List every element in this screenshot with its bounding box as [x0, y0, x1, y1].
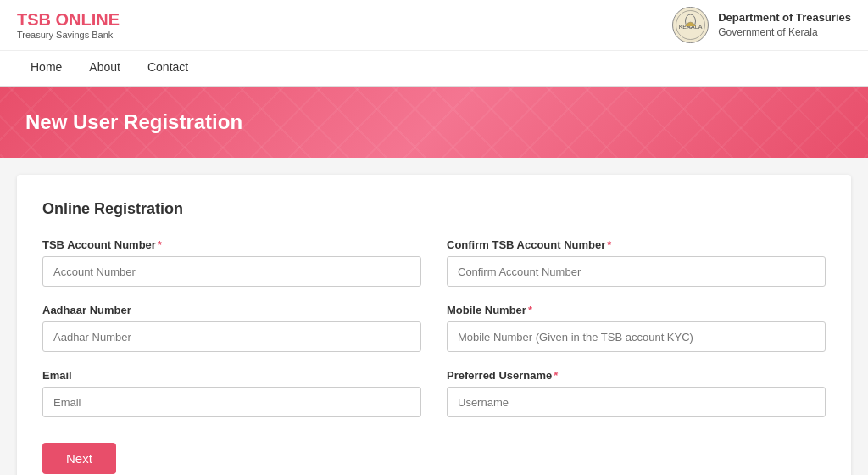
mobile-input[interactable]	[447, 321, 826, 352]
confirm-tsb-account-label: Confirm TSB Account Number*	[447, 238, 826, 251]
navigation: Home About Contact	[0, 51, 868, 87]
email-input[interactable]	[42, 387, 421, 417]
right-logo-text: Department of Treasuries Government of K…	[718, 10, 851, 40]
username-input[interactable]	[447, 387, 826, 417]
form-row-1: TSB Account Number* Confirm TSB Account …	[42, 238, 826, 287]
email-label: Email	[42, 369, 421, 382]
logo-section: TSB ONLINE Treasury Savings Bank	[17, 9, 120, 41]
form-row-2: Aadhaar Number Mobile Number*	[42, 304, 826, 352]
kerala-emblem-icon: KERALA	[671, 6, 709, 44]
tsb-account-label: TSB Account Number*	[42, 238, 421, 251]
tsb-account-input[interactable]	[42, 256, 421, 287]
confirm-tsb-account-input[interactable]	[447, 256, 826, 287]
registration-form-container: Online Registration TSB Account Number* …	[17, 175, 851, 475]
form-row-3: Email Preferred Username*	[42, 369, 826, 417]
registration-form: TSB Account Number* Confirm TSB Account …	[42, 238, 826, 474]
nav-about[interactable]: About	[75, 51, 134, 87]
header: TSB ONLINE Treasury Savings Bank KERALA …	[0, 0, 868, 51]
aadhaar-label: Aadhaar Number	[42, 304, 421, 316]
mobile-label: Mobile Number*	[447, 304, 826, 316]
form-title: Online Registration	[42, 200, 826, 218]
logo-sub: Treasury Savings Bank	[17, 30, 120, 41]
logo-text: TSB ONLINE Treasury Savings Bank	[17, 9, 120, 41]
page-title: New User Registration	[25, 110, 843, 134]
confirm-tsb-account-group: Confirm TSB Account Number*	[447, 238, 826, 287]
hero-banner: New User Registration	[0, 87, 868, 158]
mobile-group: Mobile Number*	[447, 304, 826, 352]
right-logo: KERALA Department of Treasuries Governme…	[671, 6, 851, 44]
username-label: Preferred Username*	[447, 369, 826, 382]
tsb-account-group: TSB Account Number*	[42, 238, 421, 287]
gov-name: Government of Kerala	[718, 25, 851, 40]
nav-home[interactable]: Home	[17, 51, 75, 87]
nav-contact[interactable]: Contact	[134, 51, 202, 87]
logo-main: TSB ONLINE	[17, 9, 120, 30]
username-group: Preferred Username*	[447, 369, 826, 417]
next-button[interactable]: Next	[42, 443, 116, 474]
logo-tsb-highlight: TSB	[17, 10, 56, 29]
aadhaar-group: Aadhaar Number	[42, 304, 421, 352]
logo-online-highlight: ONLINE	[56, 10, 120, 29]
aadhaar-input[interactable]	[42, 321, 421, 352]
dept-name: Department of Treasuries	[718, 10, 851, 25]
email-group: Email	[42, 369, 421, 417]
